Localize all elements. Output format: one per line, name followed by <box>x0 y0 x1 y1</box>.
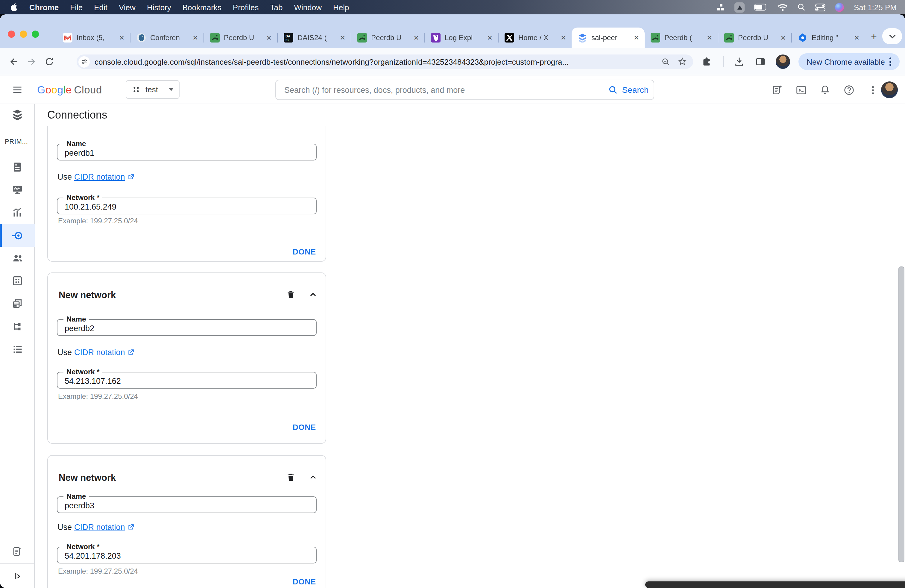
collapse-chevron-up-icon[interactable] <box>308 290 318 299</box>
cidr-notation-link[interactable]: CIDR notation <box>74 172 135 181</box>
browser-tab-7[interactable]: Home / X✕ <box>499 27 572 48</box>
zoom-out-icon[interactable] <box>661 57 670 66</box>
collapse-chevron-up-icon[interactable] <box>308 472 318 482</box>
menu-item-history[interactable]: History <box>147 3 171 12</box>
sidebar-item-system-insights[interactable] <box>0 201 35 224</box>
browser-menu-icon[interactable] <box>890 57 892 66</box>
help-icon[interactable] <box>843 84 855 95</box>
wifi-icon[interactable] <box>778 3 788 11</box>
tab-close-icon[interactable]: ✕ <box>340 35 345 41</box>
browser-tab-3[interactable]: Peerdb U✕ <box>204 27 277 48</box>
sidebar-item-connections[interactable] <box>0 224 35 247</box>
menu-item-view[interactable]: View <box>119 3 136 12</box>
sidebar-item-monitoring[interactable] <box>0 178 35 201</box>
cidr-notation-link[interactable]: CIDR notation <box>74 523 135 532</box>
side-panel-button[interactable] <box>755 56 765 67</box>
apple-menu-icon[interactable] <box>10 2 18 12</box>
menu-item-tab[interactable]: Tab <box>270 3 283 12</box>
close-window-button[interactable] <box>8 30 15 38</box>
gc-search-bar[interactable]: Search (/) for resources, docs, products… <box>275 79 654 100</box>
sidebar-item-users[interactable] <box>0 247 35 269</box>
delete-trash-icon[interactable] <box>286 472 296 483</box>
menu-item-bookmarks[interactable]: Bookmarks <box>183 3 221 12</box>
menu-item-chrome[interactable]: Chrome <box>29 3 59 12</box>
project-selector[interactable]: test <box>126 80 179 99</box>
minimize-window-button[interactable] <box>20 30 27 38</box>
control-center-icon[interactable] <box>816 3 826 11</box>
extensions-button[interactable] <box>702 56 712 67</box>
browser-tab-8-active[interactable]: sai-peer✕ <box>572 27 645 48</box>
name-input[interactable] <box>57 320 316 335</box>
gc-logo[interactable]: GoogleCloud <box>37 84 102 96</box>
notifications-bell-icon[interactable] <box>819 84 831 95</box>
tab-close-icon[interactable]: ✕ <box>707 35 712 41</box>
vertical-scrollbar[interactable] <box>899 267 904 562</box>
sidebar-item-overview[interactable] <box>0 156 35 178</box>
url-input[interactable] <box>95 57 661 66</box>
tab-close-icon[interactable]: ✕ <box>854 35 859 41</box>
browser-tab-2[interactable]: Conferen✕ <box>130 27 203 48</box>
tab-search-button[interactable] <box>882 28 902 44</box>
browser-profile-avatar[interactable] <box>776 54 790 68</box>
name-input[interactable] <box>57 144 316 160</box>
menu-item-edit[interactable]: Edit <box>94 3 108 12</box>
release-notes-icon[interactable] <box>772 84 783 95</box>
spotlight-icon[interactable] <box>797 3 806 11</box>
screen: ChromeFileEditViewHistoryBookmarksProfil… <box>0 0 905 588</box>
new-tab-button[interactable]: + <box>866 29 882 45</box>
tab-close-icon[interactable]: ✕ <box>266 35 272 41</box>
name-input[interactable] <box>57 497 316 513</box>
sidebar-item-replicas[interactable] <box>0 315 35 338</box>
tab-close-icon[interactable]: ✕ <box>487 35 492 41</box>
tab-close-icon[interactable]: ✕ <box>634 35 639 41</box>
bookmark-star-icon[interactable] <box>678 57 687 67</box>
tab-close-icon[interactable]: ✕ <box>119 35 124 41</box>
battery-icon[interactable] <box>754 3 768 11</box>
sidebar-item-databases[interactable] <box>0 269 35 292</box>
kebab-menu-icon[interactable] <box>867 84 879 95</box>
tab-title: Conferen <box>150 33 191 42</box>
tab-close-icon[interactable]: ✕ <box>561 35 566 41</box>
siri-icon[interactable] <box>835 3 844 12</box>
back-button[interactable] <box>8 56 19 67</box>
tab-close-icon[interactable]: ✕ <box>414 35 419 41</box>
browser-tab-11[interactable]: Editing "✕ <box>792 27 865 48</box>
tab-close-icon[interactable]: ✕ <box>193 35 198 41</box>
zoom-window-button[interactable] <box>32 30 39 38</box>
site-settings-button[interactable] <box>78 56 90 67</box>
browser-tab-10[interactable]: Peerdb U✕ <box>718 27 791 48</box>
gc-account-avatar[interactable] <box>881 81 898 98</box>
chrome-update-chip[interactable]: New Chrome available <box>799 53 900 70</box>
app-triangle-icon[interactable] <box>735 2 745 12</box>
browser-tab-4[interactable]: DAISDAIS24 (✕ <box>278 27 351 48</box>
x-favicon <box>505 33 514 43</box>
tab-close-icon[interactable]: ✕ <box>781 35 786 41</box>
menu-item-file[interactable]: File <box>70 3 83 12</box>
menu-item-profiles[interactable]: Profiles <box>233 3 259 12</box>
puzzle-icon <box>702 56 712 67</box>
reload-button[interactable] <box>44 56 54 67</box>
delete-trash-icon[interactable] <box>286 289 296 300</box>
menu-item-window[interactable]: Window <box>294 3 322 12</box>
cidr-notation-link[interactable]: CIDR notation <box>74 348 135 357</box>
browser-tab-9[interactable]: Peerdb (✕ <box>645 27 718 48</box>
browser-tab-5[interactable]: Peerdb U✕ <box>351 27 424 48</box>
done-button[interactable]: DONE <box>293 423 316 432</box>
sidebar-item-operations[interactable] <box>0 338 35 361</box>
menu-item-help[interactable]: Help <box>333 3 349 12</box>
sidebar-item-release-notes[interactable] <box>0 539 35 563</box>
forward-button[interactable] <box>26 56 37 67</box>
browser-tab-6[interactable]: Log Expl✕ <box>425 27 498 48</box>
done-button[interactable]: DONE <box>293 577 316 586</box>
window-tiles-icon[interactable] <box>718 3 725 11</box>
done-button[interactable]: DONE <box>293 247 316 256</box>
gc-nav-menu-button[interactable] <box>12 84 23 95</box>
gc-search-button[interactable]: Search <box>603 80 654 99</box>
omnibox[interactable] <box>76 54 693 69</box>
sidebar-item-backups[interactable] <box>0 292 35 315</box>
browser-tab-1[interactable]: Inbox (5,✕ <box>57 27 130 48</box>
downloads-button[interactable] <box>734 56 745 67</box>
cloud-shell-icon[interactable] <box>795 84 807 95</box>
cloud-sql-product-icon[interactable] <box>0 104 35 126</box>
sidebar-collapse-button[interactable] <box>0 564 35 588</box>
